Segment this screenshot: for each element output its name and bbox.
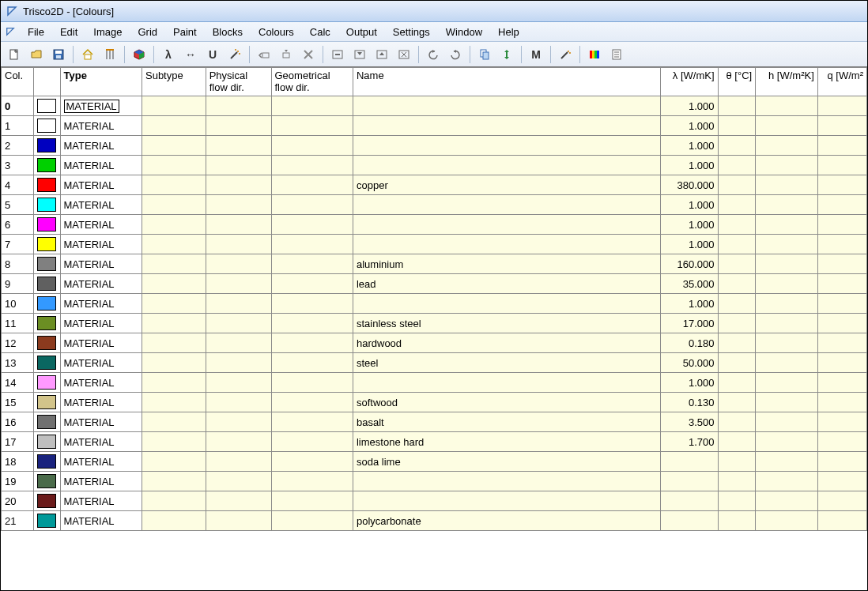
colour-swatch[interactable] xyxy=(34,254,60,274)
colour-swatch[interactable] xyxy=(34,333,60,353)
cell-type[interactable]: MATERIAL xyxy=(60,274,142,294)
table-row[interactable]: 16MATERIALbasalt3.500 xyxy=(2,412,867,432)
open-file-button[interactable] xyxy=(26,44,47,65)
colour-swatch[interactable] xyxy=(34,116,60,136)
col-header-subtype[interactable]: Subtype xyxy=(142,68,206,96)
cell-theta[interactable] xyxy=(718,373,756,393)
row-id[interactable]: 2 xyxy=(2,136,34,156)
cell-geometrical[interactable] xyxy=(271,136,353,156)
cell-name[interactable]: softwood xyxy=(353,393,660,412)
cell-h[interactable] xyxy=(756,96,818,116)
cell-physical[interactable] xyxy=(206,491,271,511)
cell-type[interactable]: MATERIAL xyxy=(60,491,142,511)
cell-lambda[interactable]: 1.000 xyxy=(661,373,718,393)
cell-h[interactable] xyxy=(756,294,818,314)
table-row[interactable]: 6MATERIAL1.000 xyxy=(2,215,867,235)
cell-lambda[interactable]: 1.700 xyxy=(661,432,718,452)
cell-theta[interactable] xyxy=(718,432,756,452)
cell-subtype[interactable] xyxy=(142,116,206,136)
cell-name[interactable]: soda lime xyxy=(353,452,660,472)
menu-grid[interactable]: Grid xyxy=(130,24,166,40)
cell-physical[interactable] xyxy=(206,432,271,452)
cell-theta[interactable] xyxy=(718,195,756,215)
colour-swatch[interactable] xyxy=(34,156,60,175)
table-row[interactable]: 8MATERIALaluminium160.000 xyxy=(2,254,867,274)
row-id[interactable]: 17 xyxy=(2,432,34,452)
rainbow-button[interactable] xyxy=(584,44,605,65)
cell-physical[interactable] xyxy=(206,314,271,333)
colour-swatch[interactable] xyxy=(34,491,60,511)
copy-button[interactable] xyxy=(474,44,495,65)
cell-h[interactable] xyxy=(756,373,818,393)
cell-geometrical[interactable] xyxy=(271,472,353,491)
table-row[interactable]: 20MATERIAL xyxy=(2,491,867,511)
cell-lambda[interactable]: 17.000 xyxy=(661,314,718,333)
colour-swatch[interactable] xyxy=(34,353,60,373)
table-row[interactable]: 11MATERIALstainless steel17.000 xyxy=(2,314,867,333)
cell-q[interactable] xyxy=(817,294,866,314)
table-row[interactable]: 14MATERIAL1.000 xyxy=(2,373,867,393)
document-button[interactable] xyxy=(606,44,627,65)
col-header-col[interactable]: Col. xyxy=(2,68,34,96)
colour-swatch[interactable] xyxy=(34,472,60,491)
cell-h[interactable] xyxy=(756,254,818,274)
cell-q[interactable] xyxy=(817,175,866,195)
cell-subtype[interactable] xyxy=(142,393,206,412)
cell-type[interactable]: MATERIAL xyxy=(60,235,142,254)
table-row[interactable]: 10MATERIAL1.000 xyxy=(2,294,867,314)
cell-subtype[interactable] xyxy=(142,412,206,432)
cell-h[interactable] xyxy=(756,432,818,452)
cross-box-button[interactable] xyxy=(394,44,414,65)
up-box-button[interactable] xyxy=(372,44,392,65)
cell-physical[interactable] xyxy=(206,294,271,314)
u-value-button[interactable]: U xyxy=(202,44,223,65)
menu-output[interactable]: Output xyxy=(338,24,385,40)
cell-type[interactable]: MATERIAL xyxy=(60,294,142,314)
cell-physical[interactable] xyxy=(206,452,271,472)
table-row[interactable]: 18MATERIALsoda lime xyxy=(2,452,867,472)
cell-name[interactable]: aluminium xyxy=(353,254,660,274)
cell-geometrical[interactable] xyxy=(271,294,353,314)
cell-subtype[interactable] xyxy=(142,373,206,393)
cell-lambda[interactable]: 1.000 xyxy=(661,136,718,156)
cell-physical[interactable] xyxy=(206,472,271,491)
cell-q[interactable] xyxy=(817,314,866,333)
cell-q[interactable] xyxy=(817,511,866,531)
table-row[interactable]: 15MATERIALsoftwood0.130 xyxy=(2,393,867,412)
cell-theta[interactable] xyxy=(718,274,756,294)
cell-geometrical[interactable] xyxy=(271,353,353,373)
cell-geometrical[interactable] xyxy=(271,156,353,175)
cell-lambda[interactable]: 1.000 xyxy=(661,156,718,175)
cell-theta[interactable] xyxy=(718,96,756,116)
row-id[interactable]: 18 xyxy=(2,452,34,472)
cell-geometrical[interactable] xyxy=(271,254,353,274)
col-header-type[interactable]: Type xyxy=(60,68,142,96)
cell-geometrical[interactable] xyxy=(271,116,353,136)
menu-edit[interactable]: Edit xyxy=(52,24,85,40)
cell-geometrical[interactable] xyxy=(271,195,353,215)
cell-h[interactable] xyxy=(756,235,818,254)
cell-type[interactable]: MATERIAL xyxy=(60,254,142,274)
cell-lambda[interactable]: 1.000 xyxy=(661,294,718,314)
row-id[interactable]: 1 xyxy=(2,116,34,136)
cell-name[interactable] xyxy=(353,116,660,136)
redo-button[interactable] xyxy=(445,44,466,65)
cell-h[interactable] xyxy=(756,412,818,432)
cell-geometrical[interactable] xyxy=(271,452,353,472)
cell-type[interactable]: MATERIAL xyxy=(60,314,142,333)
row-id[interactable]: 10 xyxy=(2,294,34,314)
row-id[interactable]: 13 xyxy=(2,353,34,373)
grid-spacing-button[interactable] xyxy=(100,44,120,65)
cell-name[interactable] xyxy=(353,156,660,175)
cell-lambda[interactable]: 1.000 xyxy=(661,235,718,254)
table-row[interactable]: 4MATERIALcopper380.000 xyxy=(2,175,867,195)
menu-help[interactable]: Help xyxy=(490,24,527,40)
cell-h[interactable] xyxy=(756,353,818,373)
cell-theta[interactable] xyxy=(718,235,756,254)
cell-name[interactable] xyxy=(353,195,660,215)
colour-swatch[interactable] xyxy=(34,373,60,393)
colour-swatch[interactable] xyxy=(34,215,60,235)
cell-theta[interactable] xyxy=(718,116,756,136)
cell-type[interactable]: MATERIAL xyxy=(60,333,142,353)
cell-h[interactable] xyxy=(756,491,818,511)
